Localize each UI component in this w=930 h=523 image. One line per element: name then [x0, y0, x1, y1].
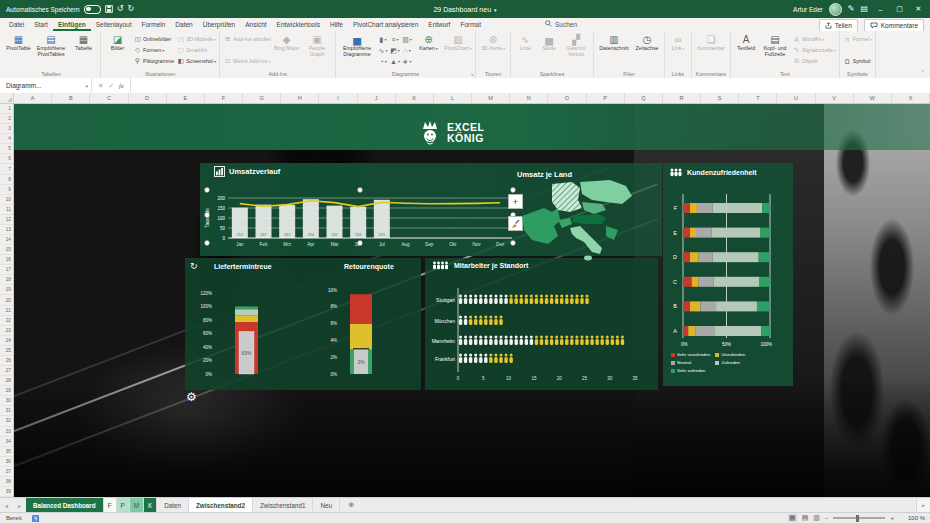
- ribbon-tab-format[interactable]: Format: [455, 18, 486, 31]
- ribbon-tab-hilfe[interactable]: Hilfe: [325, 18, 348, 31]
- map-region-austria[interactable]: [572, 214, 606, 224]
- row-header-10[interactable]: 10: [0, 195, 13, 205]
- undo-icon[interactable]: ↺: [117, 5, 124, 13]
- selection-handle[interactable]: [205, 213, 210, 218]
- ribbon-tab-berpr-fen[interactable]: Überprüfen: [198, 18, 241, 31]
- minimize-button[interactable]: –: [874, 6, 887, 13]
- column-header-j[interactable]: J: [358, 93, 396, 103]
- ribbon-button-screenshot[interactable]: ◧Screenshot: [176, 56, 216, 66]
- ribbon-button-zeitachse[interactable]: ◷Zeitachse: [633, 33, 661, 67]
- ribbon-button-formen[interactable]: ◇Formen: [133, 45, 174, 55]
- row-header-22[interactable]: 22: [0, 316, 13, 326]
- row-header-6[interactable]: 6: [0, 154, 13, 164]
- column-header-w[interactable]: W: [854, 93, 892, 103]
- row-header-17[interactable]: 17: [0, 265, 13, 275]
- row-header-33[interactable]: 33: [0, 427, 13, 437]
- ribbon-button-empfohlene-diagramme[interactable]: ▅Empfohlene Diagramme: [339, 33, 375, 67]
- dialog-launcher-icon[interactable]: ↘: [470, 72, 474, 77]
- column-header-c[interactable]: C: [90, 93, 128, 103]
- hscroll-icon[interactable]: ▸: [916, 498, 930, 512]
- column-header-i[interactable]: I: [319, 93, 357, 103]
- column-header-u[interactable]: U: [777, 93, 815, 103]
- document-title[interactable]: 29 Dashboard neu: [0, 6, 930, 13]
- ribbon-button-piktogramme[interactable]: ⚲Piktogramme: [133, 56, 174, 66]
- map-region-east[interactable]: [580, 180, 632, 204]
- ribbon-button-pivottable[interactable]: ▦PivotTable: [5, 33, 32, 67]
- map-region-balkan[interactable]: [606, 226, 618, 240]
- sheet-tab-m[interactable]: M: [130, 498, 144, 512]
- row-header-12[interactable]: 12: [0, 215, 13, 225]
- restore-button[interactable]: ▢: [893, 5, 906, 13]
- ribbon-tab-start[interactable]: Start: [29, 18, 53, 31]
- enter-icon[interactable]: ✓: [108, 82, 113, 90]
- column-header-o[interactable]: O: [548, 93, 586, 103]
- chart-mitarbeiter[interactable]: 05101520253035StuttgartMünchenMannheimFr…: [425, 258, 658, 390]
- collapse-ribbon-icon[interactable]: ⌃: [921, 69, 925, 75]
- row-header-23[interactable]: 23: [0, 326, 13, 336]
- row-header-38[interactable]: 38: [0, 477, 13, 487]
- row-header-1[interactable]: 1: [0, 104, 13, 114]
- row-header-9[interactable]: 9: [0, 185, 13, 195]
- column-header-a[interactable]: A: [14, 93, 52, 103]
- row-header-13[interactable]: 13: [0, 225, 13, 235]
- waterfall-chart-icon[interactable]: ▥: [401, 34, 413, 45]
- column-header-f[interactable]: F: [205, 93, 243, 103]
- row-header-36[interactable]: 36: [0, 457, 13, 467]
- row-header-7[interactable]: 7: [0, 164, 13, 174]
- ribbon-button-kopf-und-fu-zeile[interactable]: ▤Kopf- und Fußzeile: [760, 33, 790, 67]
- chart-liefertreue-retouren[interactable]: 0%20%40%60%80%100%120%63%0%2%4%6%8%10%3%: [185, 258, 421, 390]
- autosave-toggle[interactable]: [84, 5, 101, 14]
- radar-chart-icon[interactable]: ∗: [401, 56, 413, 67]
- row-header-2[interactable]: 2: [0, 114, 13, 124]
- row-header-21[interactable]: 21: [0, 306, 13, 316]
- row-headers[interactable]: 1234567891011121314151617181920212223242…: [0, 104, 14, 497]
- cancel-icon[interactable]: ✕: [98, 82, 103, 90]
- pie-chart-icon[interactable]: ◔: [377, 56, 389, 67]
- view-page-break-icon[interactable]: ▥: [813, 514, 820, 522]
- column-header-t[interactable]: T: [739, 93, 777, 103]
- ribbon-button-tabelle[interactable]: ▦Tabelle: [70, 33, 97, 67]
- sheet-tab-neu[interactable]: Neu: [313, 498, 340, 512]
- ribbon-tab-formeln[interactable]: Formeln: [137, 18, 171, 31]
- save-icon[interactable]: [105, 5, 113, 13]
- ribbon-tab-ansicht[interactable]: Ansicht: [240, 18, 271, 31]
- row-header-29[interactable]: 29: [0, 386, 13, 396]
- worksheet[interactable]: EXCEL KÖNIG Umsatzverlauf 050100150200Ta…: [14, 104, 930, 497]
- ribbon-button-symbol[interactable]: ΩSymbol: [843, 56, 873, 66]
- row-header-25[interactable]: 25: [0, 346, 13, 356]
- row-header-4[interactable]: 4: [0, 134, 13, 144]
- row-header-39[interactable]: 39: [0, 487, 13, 497]
- chart-kundenzufriedenheit[interactable]: FEDCBA0%50%100%: [667, 188, 785, 350]
- sheet-tab-zwischenstand1[interactable]: Zwischenstand1: [253, 498, 314, 512]
- sheet-nav-left-icon[interactable]: ◂: [0, 498, 13, 512]
- name-box[interactable]: Diagramm... ▾: [0, 78, 92, 93]
- map-region-switzerland[interactable]: [558, 218, 572, 228]
- user-name[interactable]: Artur Eder: [793, 6, 823, 13]
- sheet-tab-k[interactable]: K: [144, 498, 157, 512]
- row-header-8[interactable]: 8: [0, 175, 13, 185]
- ribbon-button-onlinebilder[interactable]: ◫Onlinebilder: [133, 34, 174, 44]
- chart-umsatz-je-land[interactable]: [514, 178, 664, 262]
- line-chart-icon[interactable]: ∿: [377, 45, 389, 56]
- combo-chart-icon[interactable]: ◩: [389, 45, 401, 56]
- row-header-32[interactable]: 32: [0, 416, 13, 426]
- sheet-tab-daten[interactable]: Daten: [157, 498, 189, 512]
- row-header-18[interactable]: 18: [0, 275, 13, 285]
- column-header-v[interactable]: V: [816, 93, 854, 103]
- ribbon-button-karten[interactable]: ⊕Karten: [415, 33, 442, 67]
- pencil-icon[interactable]: ✎: [848, 5, 855, 13]
- row-header-35[interactable]: 35: [0, 447, 13, 457]
- redo-icon[interactable]: ↻: [127, 5, 134, 13]
- column-header-p[interactable]: P: [587, 93, 625, 103]
- column-header-d[interactable]: D: [129, 93, 167, 103]
- gear-icon[interactable]: ⚙: [186, 390, 197, 404]
- view-page-layout-icon[interactable]: ▤: [802, 514, 809, 522]
- ribbon-button-bilder[interactable]: ◪Bilder: [104, 33, 131, 67]
- row-header-16[interactable]: 16: [0, 255, 13, 265]
- row-header-37[interactable]: 37: [0, 467, 13, 477]
- zoom-level[interactable]: 100 %: [899, 515, 925, 521]
- column-header-n[interactable]: N: [510, 93, 548, 103]
- row-header-15[interactable]: 15: [0, 245, 13, 255]
- column-header-e[interactable]: E: [167, 93, 205, 103]
- map-region-france[interactable]: [522, 208, 560, 244]
